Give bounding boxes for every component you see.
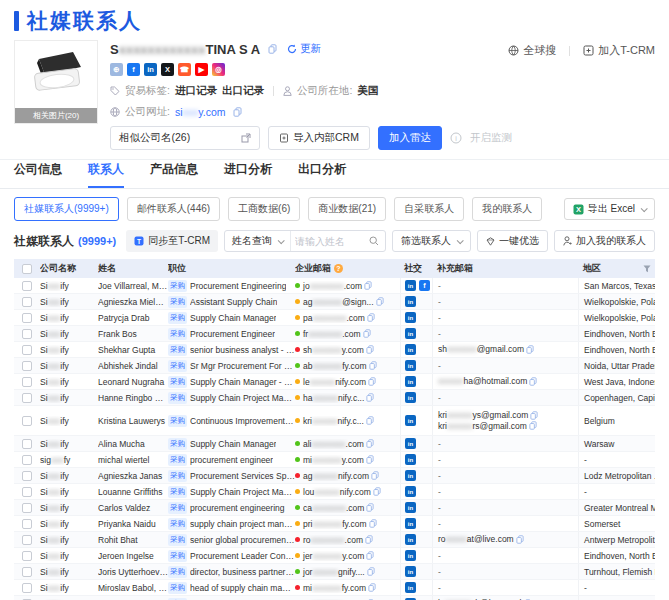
join-radar-button[interactable]: 加入雷达 [378, 126, 442, 150]
copy-icon[interactable] [368, 583, 376, 592]
query-type-dropdown[interactable]: 姓名查询 [225, 231, 291, 251]
linkedin-icon[interactable]: in [405, 486, 416, 497]
row-checkbox[interactable] [22, 439, 32, 449]
copy-icon[interactable] [529, 421, 537, 430]
copy-icon[interactable] [366, 439, 374, 448]
row-checkbox[interactable] [22, 393, 32, 403]
copy-icon[interactable] [516, 535, 524, 544]
copy-icon[interactable] [366, 393, 374, 402]
filter-icon[interactable] [643, 265, 651, 273]
linkedin-icon[interactable]: in [405, 502, 416, 513]
add-my-contacts-button[interactable]: 加入我的联系人 [554, 230, 655, 252]
row-checkbox[interactable] [22, 455, 32, 465]
copy-icon[interactable] [367, 567, 375, 576]
trade-tag-export[interactable]: 出口记录 [222, 84, 264, 98]
help-icon[interactable]: ? [334, 264, 343, 273]
copy-icon[interactable] [367, 313, 375, 322]
subtab-1[interactable]: 邮件联系人(446) [127, 197, 220, 221]
one-click-optimize-button[interactable]: 一键优选 [477, 230, 548, 252]
copy-icon[interactable] [268, 44, 277, 54]
similar-companies-box[interactable]: 相似公司名(26) [110, 126, 260, 150]
row-checkbox[interactable] [22, 377, 32, 387]
company-photo[interactable]: 相关图片(20) [14, 40, 98, 124]
row-checkbox[interactable] [22, 416, 32, 426]
instagram-icon[interactable]: ◎ [212, 63, 225, 76]
row-checkbox[interactable] [22, 297, 32, 307]
global-search-link[interactable]: 全球搜 [508, 43, 556, 58]
trade-tag-import[interactable]: 进口记录 [175, 84, 217, 98]
linkedin-icon[interactable]: in [405, 582, 416, 593]
linkedin-icon[interactable]: in [405, 296, 416, 307]
subtab-0[interactable]: 社媒联系人(9999+) [14, 197, 119, 221]
refresh-link[interactable]: 更新 [287, 42, 321, 56]
row-checkbox[interactable] [22, 313, 32, 323]
tab-1[interactable]: 联系人 [88, 161, 124, 188]
x-icon[interactable]: X [161, 63, 174, 76]
linkedin-icon[interactable]: in [405, 312, 416, 323]
row-checkbox[interactable] [22, 551, 32, 561]
linkedin-icon[interactable]: in [405, 566, 416, 577]
copy-icon[interactable] [364, 281, 372, 290]
filter-contacts-dropdown[interactable]: 筛选联系人 [392, 230, 471, 252]
copy-icon[interactable] [371, 471, 379, 480]
join-tcrm-link[interactable]: 加入T-CRM [583, 43, 655, 58]
row-checkbox[interactable] [22, 583, 32, 593]
subtab-5[interactable]: 我的联系人 [472, 197, 542, 221]
copy-icon[interactable] [366, 551, 374, 560]
copy-icon[interactable] [363, 329, 371, 338]
copy-icon[interactable] [366, 416, 374, 425]
website-link[interactable]: sixxxy.com [175, 106, 226, 118]
copy-icon[interactable] [526, 345, 534, 354]
row-checkbox[interactable] [22, 361, 32, 371]
copy-icon[interactable] [366, 345, 374, 354]
search-icon[interactable] [363, 236, 385, 246]
phone-icon[interactable]: ☎ [178, 63, 191, 76]
row-checkbox[interactable] [22, 471, 32, 481]
subtab-4[interactable]: 自采联系人 [394, 197, 464, 221]
copy-icon[interactable] [369, 519, 377, 528]
related-images-label[interactable]: 相关图片(20) [15, 108, 97, 123]
linkedin-icon[interactable]: in [405, 360, 416, 371]
copy-icon[interactable] [365, 535, 373, 544]
export-excel-button[interactable]: X 导出 Excel [564, 198, 655, 220]
subtab-3[interactable]: 商业数据(21) [308, 197, 386, 221]
linkedin-icon[interactable]: in [405, 344, 416, 355]
info-icon[interactable]: i [450, 132, 462, 144]
copy-icon[interactable] [373, 487, 381, 496]
copy-icon[interactable] [366, 455, 374, 464]
linkedin-icon[interactable]: in [405, 376, 416, 387]
row-checkbox[interactable] [22, 487, 32, 497]
linkedin-icon[interactable]: in [405, 415, 416, 426]
linkedin-icon[interactable]: in [405, 392, 416, 403]
row-checkbox[interactable] [22, 535, 32, 545]
subtab-2[interactable]: 工商数据(6) [228, 197, 300, 221]
copy-icon[interactable] [369, 361, 377, 370]
sync-tcrm-button[interactable]: T 同步至T-CRM [126, 230, 218, 252]
linkedin-icon[interactable]: in [405, 534, 416, 545]
copy-icon[interactable] [366, 503, 374, 512]
copy-icon[interactable] [368, 377, 376, 386]
website-icon[interactable]: ⊕ [110, 63, 123, 76]
copy-icon[interactable] [530, 411, 538, 420]
row-checkbox[interactable] [22, 567, 32, 577]
linkedin-icon[interactable]: in [144, 63, 157, 76]
copy-icon[interactable] [376, 297, 384, 306]
tab-4[interactable]: 出口分析 [298, 161, 346, 188]
copy-icon[interactable] [233, 107, 242, 117]
linkedin-icon[interactable]: in [405, 280, 416, 291]
linkedin-icon[interactable]: in [405, 518, 416, 529]
name-search-input[interactable] [291, 236, 363, 247]
tab-3[interactable]: 进口分析 [224, 161, 272, 188]
select-all-checkbox[interactable] [22, 264, 32, 274]
row-checkbox[interactable] [22, 345, 32, 355]
linkedin-icon[interactable]: in [405, 328, 416, 339]
facebook-icon[interactable]: f [127, 63, 140, 76]
linkedin-icon[interactable]: in [405, 454, 416, 465]
facebook-icon[interactable]: f [419, 280, 430, 291]
row-checkbox[interactable] [22, 281, 32, 291]
row-checkbox[interactable] [22, 329, 32, 339]
start-monitor-button[interactable]: 开启监测 [470, 131, 512, 145]
linkedin-icon[interactable]: in [405, 470, 416, 481]
row-checkbox[interactable] [22, 519, 32, 529]
linkedin-icon[interactable]: in [405, 550, 416, 561]
